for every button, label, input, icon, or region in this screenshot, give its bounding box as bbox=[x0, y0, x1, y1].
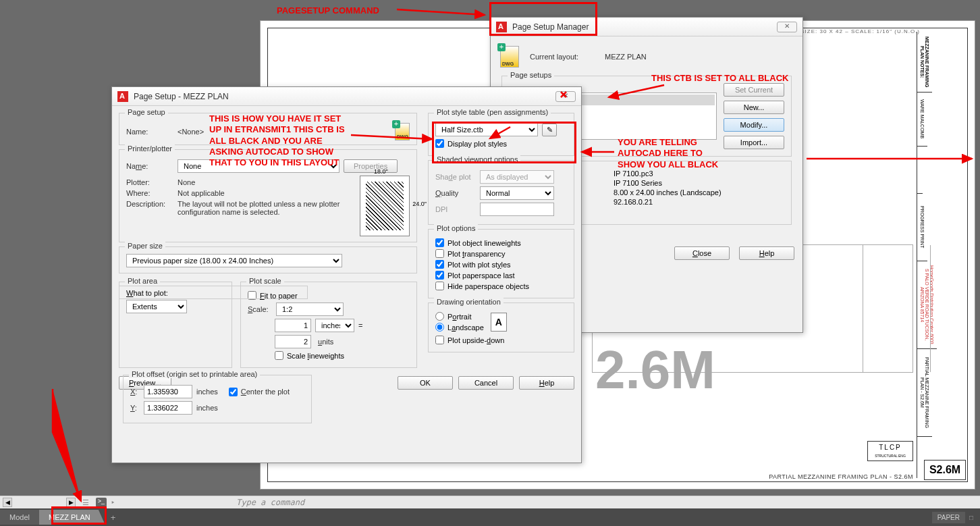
ps-printer-legend: Printer/plotter bbox=[125, 144, 175, 153]
scale-num2[interactable] bbox=[275, 335, 311, 348]
opt-hide-paperspace-label: Hide paperspace objects bbox=[447, 282, 529, 290]
dpi-input bbox=[480, 203, 554, 216]
ps-titlebar[interactable]: Page Setup - MEZZ PLAN ✕ bbox=[112, 87, 581, 106]
scale-units-select[interactable]: inches bbox=[315, 319, 354, 332]
help-button[interactable]: Help bbox=[519, 376, 574, 390]
anno-pagesetup-cmd: PAGESETUP COMMAND bbox=[277, 5, 379, 16]
cancel-button[interactable]: Cancel bbox=[458, 376, 514, 390]
units-label: units bbox=[315, 338, 354, 346]
tb-sheet-title-text: PARTIAL MEZZANINE FRAMING PLAN - S2.6M bbox=[920, 352, 929, 433]
plotter-label: Plotter: bbox=[126, 178, 173, 186]
ps-name-label: Name: bbox=[126, 128, 173, 136]
close-icon[interactable]: ✕ bbox=[555, 91, 576, 102]
what-to-plot-select[interactable]: Extents bbox=[126, 300, 187, 313]
opt-plot-styles[interactable] bbox=[435, 260, 444, 269]
x-units: inches bbox=[196, 388, 218, 396]
scale-num1[interactable] bbox=[275, 319, 311, 332]
dwg-icon bbox=[395, 123, 410, 140]
psm-page-setups-legend: Page setups bbox=[508, 71, 554, 79]
paper-model-toggle[interactable]: PAPER bbox=[932, 512, 965, 523]
portrait-radio[interactable] bbox=[435, 312, 444, 321]
where-label: Where: bbox=[126, 189, 173, 197]
shaded-vp-legend: Shaded viewport options bbox=[434, 155, 520, 163]
tb-cell-firm: WARE MALCOMB bbox=[917, 93, 927, 147]
command-prompt-icon: >_ bbox=[96, 498, 107, 507]
ps-printer-name-label: Name: bbox=[126, 162, 173, 170]
desc-label: Description: bbox=[126, 200, 173, 208]
landscape-radio[interactable] bbox=[435, 323, 444, 332]
opt-transparency[interactable] bbox=[435, 249, 444, 258]
plan-footer-title: PARTIAL MEZZANINE FRAMING PLAN - S2.6M bbox=[769, 473, 913, 480]
opt-paperspace-last-label: Plot paperspace last bbox=[447, 271, 515, 280]
preview-w: 18.0" bbox=[374, 168, 388, 175]
display-plot-styles-checkbox[interactable] bbox=[435, 139, 444, 148]
opt-paperspace-last[interactable] bbox=[435, 271, 444, 280]
scroll-right-icon[interactable]: ▶ bbox=[66, 498, 76, 507]
command-caret: ‣ bbox=[111, 498, 115, 507]
ps-page-setup-legend: Page setup bbox=[125, 108, 168, 116]
paper-preview: 18.0" 24.0" bbox=[360, 176, 410, 236]
center-plot-checkbox[interactable] bbox=[229, 388, 238, 396]
detail-value: IP 7100 Series bbox=[614, 179, 662, 187]
autocad-app-icon bbox=[496, 22, 507, 32]
dwg-file-icon bbox=[500, 46, 519, 68]
plotter-name-value: None bbox=[178, 178, 195, 186]
new-button[interactable]: New... bbox=[724, 101, 784, 114]
paper-size-legend: Paper size bbox=[125, 242, 165, 250]
opt-hide-paperspace[interactable] bbox=[435, 282, 444, 290]
paper-size-select[interactable]: Previous paper size (18.00 x 24.00 Inche… bbox=[126, 254, 342, 267]
y-label: Y: bbox=[130, 404, 140, 412]
bottom-scrollbar[interactable]: ◀ ▶ ☰ >_ ‣ Type a command bbox=[0, 496, 980, 508]
scale-label: Scale: bbox=[248, 305, 272, 313]
tab-mezz-plan[interactable]: MEZZ PLAN bbox=[39, 510, 105, 525]
tb-cell-project: HomeGoods Distribution Center 6003 S PAL… bbox=[917, 261, 937, 349]
upside-down-checkbox[interactable] bbox=[435, 336, 444, 344]
tab-model[interactable]: Model bbox=[0, 510, 39, 525]
scroll-left-icon[interactable]: ◀ bbox=[3, 498, 12, 507]
equals-sign: = bbox=[358, 321, 362, 330]
quality-select[interactable]: Normal bbox=[480, 186, 554, 200]
close-icon[interactable]: ✕ bbox=[777, 22, 797, 32]
opt-lineweights-label: Plot object lineweights bbox=[447, 239, 521, 247]
plot-scale-legend: Plot scale bbox=[246, 277, 284, 285]
scale-lineweights-checkbox[interactable] bbox=[275, 351, 283, 360]
x-label: X: bbox=[130, 388, 140, 396]
set-current-button[interactable]: Set Current bbox=[724, 83, 784, 97]
tlcp-logo: TLCP STRUCTURAL ENG bbox=[867, 441, 913, 461]
shade-plot-select: As displayed bbox=[480, 170, 554, 184]
help-button[interactable]: Help bbox=[739, 246, 794, 260]
opt-lineweights[interactable] bbox=[435, 238, 444, 247]
psm-titlebar[interactable]: Page Setup Manager ✕ bbox=[491, 18, 802, 36]
y-offset-input[interactable] bbox=[144, 401, 192, 415]
y-units: inches bbox=[196, 404, 218, 412]
landscape-label: Landscape bbox=[447, 323, 484, 332]
close-button[interactable]: CCloselose bbox=[674, 246, 730, 260]
upside-down-label: Plot upside-down bbox=[447, 336, 504, 344]
import-button[interactable]: Import... bbox=[724, 136, 784, 149]
opt-transparency-label: Plot transparency bbox=[447, 250, 506, 258]
plot-area-legend: Plot area bbox=[125, 277, 160, 285]
scale-select[interactable]: 1:2 bbox=[276, 303, 344, 316]
tb-notes-text: MEZZANINE FRAMING PLAN NOTES: bbox=[920, 34, 929, 89]
orientation-legend: Drawing orientation bbox=[434, 298, 503, 306]
status-bar: PAPER □ bbox=[932, 512, 980, 523]
ctb-select[interactable]: Half Size.ctb bbox=[435, 123, 538, 136]
dpi-label: DPI bbox=[435, 205, 476, 213]
ps-title: Page Setup - MEZZ PLAN bbox=[134, 92, 229, 101]
modify-button[interactable]: Modify... bbox=[724, 118, 784, 132]
scroll-menu-icon[interactable]: ☰ bbox=[76, 498, 96, 507]
detail-value: 92.168.0.21 bbox=[614, 198, 653, 206]
tb-cell-progress: PROGRESS PRINT bbox=[917, 194, 927, 261]
status-grid-icon[interactable]: □ bbox=[969, 514, 973, 521]
properties-button[interactable]: Properties bbox=[344, 159, 398, 173]
plot-offset-legend: Plot offset (origin set to printable are… bbox=[129, 370, 260, 378]
add-layout-button[interactable]: + bbox=[105, 509, 121, 526]
tb-progress-text: PROGRESS PRINT bbox=[920, 206, 925, 248]
where-value: Not applicable bbox=[178, 189, 225, 197]
ctb-edit-icon[interactable]: ✎ bbox=[542, 124, 557, 136]
command-input[interactable]: Type a command bbox=[236, 498, 304, 507]
orientation-preview-icon: A bbox=[491, 313, 507, 332]
ok-button[interactable]: OK bbox=[398, 376, 453, 390]
tb-cell-blank bbox=[917, 147, 923, 194]
x-offset-input[interactable] bbox=[144, 385, 192, 398]
